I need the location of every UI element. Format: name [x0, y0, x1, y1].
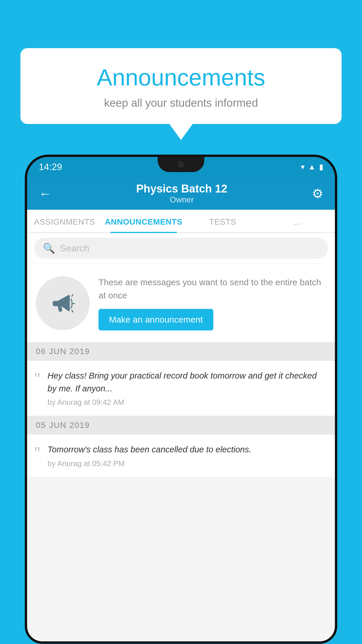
speech-bubble-card: Announcements keep all your students inf…: [20, 48, 342, 124]
announcement-text-1: Hey class! Bring your practical record b…: [48, 370, 326, 395]
search-bar[interactable]: 🔍 Search: [34, 238, 328, 259]
search-bar-wrap: 🔍 Search: [27, 233, 335, 263]
settings-button[interactable]: ⚙: [312, 186, 323, 201]
tab-more[interactable]: ...: [260, 210, 335, 232]
announcement-body-2: Tomorrow's class has been cancelled due …: [48, 443, 326, 468]
tabs-bar: ASSIGNMENTS ANNOUNCEMENTS TESTS ...: [27, 210, 335, 233]
tab-announcements[interactable]: ANNOUNCEMENTS: [102, 210, 185, 232]
status-time: 14:29: [39, 162, 62, 172]
search-placeholder: Search: [60, 243, 89, 254]
header-title-block: Physics Batch 12 Owner: [136, 183, 227, 204]
announcement-item-1: " Hey class! Bring your practical record…: [27, 361, 335, 416]
wifi-icon: ▾: [301, 162, 305, 172]
app-header: ← Physics Batch 12 Owner ⚙: [27, 177, 335, 210]
bubble-subtitle: keep all your students informed: [38, 97, 324, 109]
volume-up-button: [25, 233, 26, 260]
power-button: [336, 215, 337, 239]
promo-icon-circle: [36, 276, 90, 330]
quote-icon-2: ": [34, 443, 41, 468]
date-separator-2: 05 JUN 2019: [27, 416, 335, 435]
announcement-item-2: " Tomorrow's class has been cancelled du…: [27, 435, 335, 477]
quote-icon-1: ": [34, 370, 41, 407]
back-button[interactable]: ←: [39, 186, 52, 201]
speech-bubble-section: Announcements keep all your students inf…: [20, 48, 342, 140]
bubble-title: Announcements: [38, 64, 324, 91]
promo-description: These are messages you want to send to t…: [99, 276, 326, 302]
signal-icon: ▲: [308, 162, 316, 172]
date-separator-1: 06 JUN 2019: [27, 342, 335, 361]
announcement-text-2: Tomorrow's class has been cancelled due …: [48, 443, 326, 456]
mute-button: [25, 209, 26, 225]
bubble-tail: [169, 124, 193, 140]
announcement-meta-2: by Anurag at 05:42 PM: [48, 459, 326, 468]
megaphone-icon: [50, 290, 76, 316]
announcement-body-1: Hey class! Bring your practical record b…: [48, 370, 326, 407]
tab-tests[interactable]: TESTS: [185, 210, 260, 232]
batch-title: Physics Batch 12: [136, 183, 227, 195]
phone-device: 14:29 ▾ ▲ ▮ ← Physics Batch 12 Owner ⚙ A…: [25, 155, 337, 644]
volume-down-button: [25, 266, 26, 294]
battery-icon: ▮: [319, 162, 323, 172]
phone-frame: 14:29 ▾ ▲ ▮ ← Physics Batch 12 Owner ⚙ A…: [25, 155, 337, 644]
svg-line-0: [72, 295, 73, 296]
status-bar: 14:29 ▾ ▲ ▮: [27, 157, 335, 177]
make-announcement-button[interactable]: Make an announcement: [99, 309, 213, 330]
announcement-promo: These are messages you want to send to t…: [27, 264, 335, 342]
announcement-meta-1: by Anurag at 09:42 AM: [48, 398, 326, 407]
search-icon: 🔍: [43, 242, 55, 254]
phone-notch: [158, 157, 204, 172]
batch-subtitle: Owner: [136, 195, 227, 204]
promo-content: These are messages you want to send to t…: [99, 276, 326, 330]
screen-content: 🔍 Search These are messages you wa: [27, 233, 335, 641]
tab-assignments[interactable]: ASSIGNMENTS: [27, 210, 102, 232]
status-icons: ▾ ▲ ▮: [301, 162, 323, 172]
svg-line-2: [72, 310, 73, 312]
front-camera: [178, 161, 184, 168]
